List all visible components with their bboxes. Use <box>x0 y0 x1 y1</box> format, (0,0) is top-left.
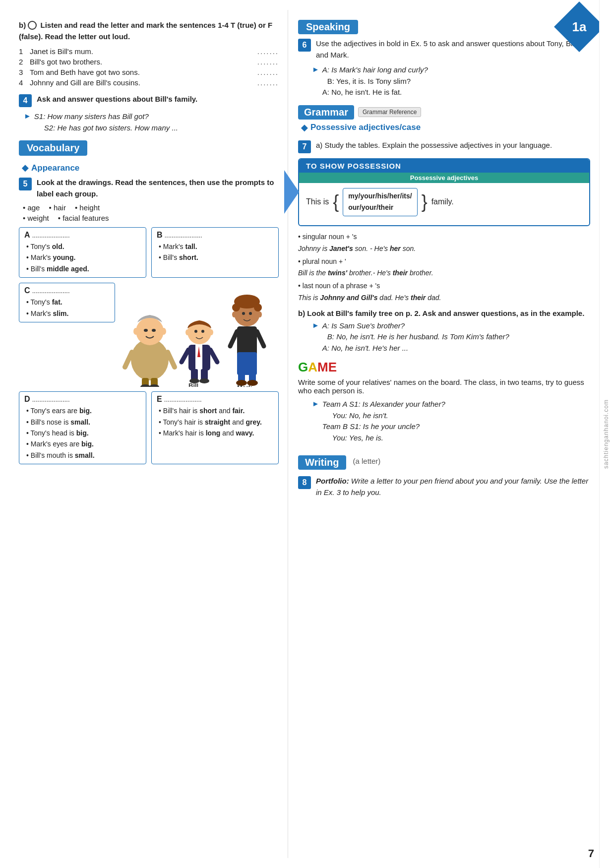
label-box-c: C ..................... Tony's fat. Mark… <box>19 283 115 322</box>
bullet-age: age <box>23 203 40 212</box>
characters-area: Tony <box>120 283 279 388</box>
svg-point-5 <box>161 328 166 335</box>
svg-line-10 <box>125 352 132 367</box>
arrow-icon: ► <box>24 112 31 120</box>
svg-line-45 <box>257 331 264 346</box>
game-example: ► Team A S1: Is Alexander your father? Y… <box>307 399 590 443</box>
svg-point-38 <box>232 311 236 317</box>
svg-point-17 <box>194 330 197 333</box>
list-item: Mark's tall. <box>159 241 273 252</box>
ex4-example: ► S1: How many sisters has Bill got? S2:… <box>24 111 279 133</box>
ex6-number: 6 <box>298 39 311 52</box>
open-brace: { <box>333 193 339 211</box>
box-c-dots: ..................... <box>32 287 70 295</box>
exercise-8: 8 Portfolio: Write a letter to your pen … <box>298 476 590 498</box>
bullet-height: height <box>75 203 100 212</box>
ex4-example-text: S1: How many sisters has Bill got? S2: H… <box>34 111 178 133</box>
ex7-text: a) Study the tables. Explain the possess… <box>316 140 552 151</box>
bullet-facial: facial features <box>58 214 109 222</box>
exercise-5: 5 Look at the drawings. Read the sentenc… <box>19 177 279 199</box>
list-item: Mark's young. <box>26 252 141 263</box>
bullet-singular: singular noun + 's Johnny is Janet's son… <box>298 231 590 255</box>
ex8-number: 8 <box>298 476 311 489</box>
characters-svg: Tony <box>120 283 279 387</box>
grammar-section: Grammar Grammar Reference ◆ Possessive a… <box>298 105 590 133</box>
list-item: Tony's fat. <box>26 297 110 308</box>
arrow-icon: ► <box>312 399 319 408</box>
tony-character: Tony <box>125 315 175 387</box>
section-b-heading: b) Listen and read the letter and mark t… <box>19 20 279 42</box>
left-side-c: C ..................... Tony's fat. Mark… <box>19 283 115 388</box>
part-b-example-text: A: Is Sam Sue's brother? B: No, he isn't… <box>322 320 509 354</box>
grammar-header-row: Grammar Grammar Reference <box>298 105 590 120</box>
list-item: Bill's nose is small. <box>26 417 141 428</box>
listen-icon <box>28 21 37 30</box>
label-boxes-bottom: D ..................... Tony's ears are … <box>19 391 279 464</box>
svg-point-37 <box>249 312 252 315</box>
ex7-number: 7 <box>298 140 311 153</box>
box-a-letter: A <box>24 231 30 239</box>
right-column: Speaking 6 Use the adjectives in bold in… <box>288 10 605 858</box>
speaking-header: Speaking <box>298 20 358 34</box>
diamond-icon: ◆ <box>22 163 28 173</box>
list-item: Mark's slim. <box>26 308 110 319</box>
ex6-text: Use the adjectives in bold in Ex. 5 to a… <box>316 38 590 61</box>
possession-row: This is { my/your/his/her/its/ our/your/… <box>306 188 582 217</box>
svg-point-24 <box>199 378 209 383</box>
svg-point-3 <box>152 329 156 332</box>
svg-line-44 <box>230 331 237 346</box>
watermark-container: sachtienganhanoi.com <box>599 0 612 868</box>
section-b-instruction: Listen and read the letter and mark the … <box>19 21 272 41</box>
grammar-label: Grammar <box>298 105 354 120</box>
svg-point-18 <box>201 330 204 333</box>
possession-content: This is { my/your/his/her/its/ our/your/… <box>299 183 589 226</box>
list-item: Bill's hair is short and fair. <box>159 405 273 416</box>
exercise-7: 7 a) Study the tables. Explain the posse… <box>298 140 590 153</box>
box-b-dots: ..................... <box>165 232 202 239</box>
game-header: GAME <box>298 360 590 375</box>
ex8-text: Portfolio: Write a letter to your pen fr… <box>316 476 590 498</box>
grammar-ref-badge: Grammar Reference <box>358 107 421 117</box>
box-b-list: Mark's tall. Bill's short. <box>159 241 273 263</box>
ex5-number: 5 <box>19 178 32 190</box>
sentence-4: 4 Johnny and Gill are Bill's cousins. ..… <box>19 78 279 87</box>
game-title: GAME <box>298 360 337 375</box>
possession-adj-box: my/your/his/her/its/ our/your/their <box>343 188 417 217</box>
sentences-list: 1 Janet is Bill's mum. ....... 2 Bill's … <box>19 47 279 87</box>
box-b-letter: B <box>157 231 163 239</box>
box-e-letter: E <box>157 395 162 403</box>
label-box-b: B ..................... Mark's tall. Bil… <box>151 227 279 278</box>
section-b-label: b) <box>19 21 26 29</box>
this-is-text: This is <box>306 197 329 206</box>
list-item: Mark's eyes are big. <box>26 438 141 449</box>
ex7-part-b-text: b) Look at Bill's family tree on p. 2. A… <box>298 309 590 317</box>
right-col-content: Speaking 6 Use the adjectives in bold in… <box>298 20 590 498</box>
label-box-a: A ..................... Tony's old. Mark… <box>19 227 146 278</box>
appearance-subtitle: ◆ Appearance <box>22 163 279 173</box>
c-and-chars: C ..................... Tony's fat. Mark… <box>19 283 279 388</box>
speaking-example: ► A: Is Mark's hair long and curly? B: Y… <box>307 64 590 98</box>
bill-character: Bill <box>182 320 217 387</box>
ex5-text: Look at the drawings. Read the sentences… <box>37 177 279 199</box>
ex4-number: 4 <box>19 94 32 107</box>
speaking-example-text: A: Is Mark's hair long and curly? B: Yes… <box>322 64 428 98</box>
svg-point-2 <box>144 329 148 332</box>
svg-line-26 <box>210 350 217 362</box>
sentence-1: 1 Janet is Bill's mum. ....... <box>19 47 279 56</box>
possession-bullets: singular noun + 's Johnny is Janet's son… <box>298 231 590 304</box>
label-box-d: D ..................... Tony's ears are … <box>19 391 146 464</box>
vocabulary-header: Vocabulary <box>19 140 87 156</box>
watermark-text: sachtienganhanoi.com <box>603 399 610 469</box>
writing-subtitle: (a letter) <box>353 457 381 465</box>
bullet-weight: weight <box>23 214 49 222</box>
list-item: Tony's head is big. <box>26 428 141 438</box>
box-d-letter: D <box>24 395 30 403</box>
sentence-3: 3 Tom and Beth have got two sons. ......… <box>19 68 279 76</box>
label-box-e: E ..................... Bill's hair is s… <box>151 391 279 464</box>
svg-point-20 <box>209 329 213 335</box>
possession-arrow <box>284 170 299 214</box>
exercise-6: 6 Use the adjectives in bold in Ex. 5 to… <box>298 38 590 61</box>
sentence-2: 2 Bill's got two brothers. ....... <box>19 58 279 66</box>
left-column: b) Listen and read the letter and mark t… <box>0 10 288 858</box>
svg-line-25 <box>182 350 188 362</box>
